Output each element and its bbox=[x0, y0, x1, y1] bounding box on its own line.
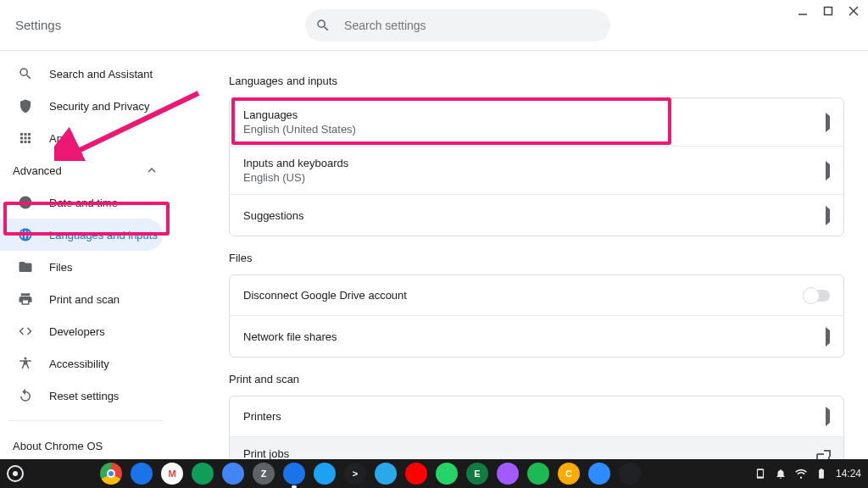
sidebar-item-developers[interactable]: Developers bbox=[0, 315, 163, 347]
wifi-icon bbox=[795, 468, 807, 480]
sidebar-item-label: Developers bbox=[49, 325, 105, 338]
languages-card: Languages English (United States) Inputs… bbox=[229, 97, 844, 236]
row-title: Disconnect Google Drive account bbox=[243, 289, 407, 302]
sidebar-item-label: Languages and inputs bbox=[49, 229, 158, 241]
sidebar-advanced-toggle[interactable]: Advanced bbox=[0, 154, 178, 186]
row-printers[interactable]: Printers bbox=[230, 396, 843, 437]
system-tray[interactable]: 14:24 bbox=[754, 468, 861, 480]
sidebar-item-reset[interactable]: Reset settings bbox=[0, 380, 163, 412]
taskbar-app-twitter[interactable] bbox=[314, 463, 336, 485]
clock: 14:24 bbox=[836, 468, 861, 480]
minimize-button[interactable] bbox=[795, 3, 810, 19]
maximize-button[interactable] bbox=[821, 3, 836, 19]
sidebar-item-label: Accessibility bbox=[49, 358, 109, 370]
row-title: Suggestions bbox=[243, 209, 304, 222]
taskbar-app-zoom[interactable] bbox=[588, 463, 610, 485]
sidebar-item-files[interactable]: Files bbox=[0, 251, 163, 283]
code-icon bbox=[17, 323, 34, 340]
taskbar-app-terminal[interactable]: > bbox=[344, 463, 366, 485]
sidebar-item-label: Files bbox=[49, 261, 72, 274]
taskbar: MZ>EC 14:24 bbox=[0, 459, 868, 488]
taskbar-app-drive[interactable] bbox=[192, 463, 214, 485]
folder-icon bbox=[17, 258, 34, 275]
taskbar-app-youtube[interactable] bbox=[405, 463, 427, 485]
sidebar-item-security[interactable]: Security and Privacy bbox=[0, 90, 163, 122]
sidebar-item-label: Search and Assistant bbox=[49, 68, 153, 80]
row-languages[interactable]: Languages English (United States) bbox=[230, 98, 843, 147]
launcher-button[interactable] bbox=[7, 465, 24, 482]
sidebar-item-label: Date and time bbox=[49, 197, 118, 209]
apps-icon bbox=[17, 130, 34, 147]
taskbar-app-excel[interactable]: E bbox=[466, 463, 488, 485]
chevron-right-icon bbox=[826, 164, 830, 177]
shield-icon bbox=[17, 97, 34, 114]
files-card: Disconnect Google Drive account Network … bbox=[229, 274, 844, 358]
section-title-print: Print and scan bbox=[229, 373, 844, 385]
taskbar-app-chrome[interactable] bbox=[100, 463, 122, 485]
sidebar-item-label: Print and scan bbox=[49, 293, 120, 306]
notifications-icon bbox=[775, 468, 787, 480]
taskbar-app-c[interactable]: C bbox=[558, 463, 580, 485]
section-title-languages: Languages and inputs bbox=[229, 75, 844, 87]
taskbar-app-spotify[interactable] bbox=[527, 463, 549, 485]
chevron-right-icon bbox=[826, 116, 830, 129]
row-suggestions[interactable]: Suggestions bbox=[230, 195, 843, 236]
taskbar-app-settings[interactable] bbox=[283, 463, 305, 485]
battery-icon bbox=[815, 468, 827, 480]
globe-icon bbox=[17, 226, 34, 243]
taskbar-app-files[interactable] bbox=[131, 463, 153, 485]
search-box[interactable] bbox=[305, 9, 610, 42]
sidebar-item-languages-inputs[interactable]: Languages and inputs bbox=[0, 219, 163, 251]
row-title: Printers bbox=[243, 410, 281, 423]
search-input[interactable] bbox=[344, 19, 600, 32]
chevron-right-icon bbox=[826, 410, 830, 423]
row-inputs-keyboards[interactable]: Inputs and keyboards English (US) bbox=[230, 147, 843, 195]
sidebar-item-label: Reset settings bbox=[49, 390, 119, 402]
clock-icon bbox=[17, 194, 34, 211]
row-network-shares[interactable]: Network file shares bbox=[230, 316, 843, 357]
taskbar-app-figma[interactable] bbox=[497, 463, 519, 485]
sidebar-about[interactable]: About Chrome OS bbox=[0, 430, 178, 462]
row-subtitle: English (United States) bbox=[243, 123, 356, 136]
main-content: Languages and inputs Languages English (… bbox=[178, 51, 868, 488]
sidebar-item-date-time[interactable]: Date and time bbox=[0, 186, 163, 219]
chevron-up-icon bbox=[147, 164, 156, 177]
sidebar-item-accessibility[interactable]: Accessibility bbox=[0, 347, 163, 380]
row-title: Print jobs bbox=[243, 447, 379, 460]
taskbar-app-gmail[interactable]: M bbox=[161, 463, 183, 485]
row-subtitle: English (US) bbox=[243, 171, 348, 184]
row-disconnect-drive[interactable]: Disconnect Google Drive account bbox=[230, 275, 843, 316]
sidebar-divider bbox=[8, 420, 163, 421]
reset-icon bbox=[17, 387, 34, 404]
row-title: Network file shares bbox=[243, 330, 337, 343]
sidebar-item-label: Apps bbox=[49, 132, 75, 145]
taskbar-app-whatsapp[interactable] bbox=[436, 463, 458, 485]
sidebar-item-apps[interactable]: Apps bbox=[0, 122, 163, 154]
taskbar-app-telegram[interactable] bbox=[375, 463, 397, 485]
accessibility-icon bbox=[17, 355, 34, 372]
row-title: Languages bbox=[243, 108, 356, 121]
taskbar-app-docs[interactable] bbox=[222, 463, 244, 485]
sidebar: Search and Assistant Security and Privac… bbox=[0, 51, 178, 488]
printer-icon bbox=[17, 291, 34, 308]
search-icon bbox=[17, 65, 34, 82]
phone-icon bbox=[754, 468, 766, 480]
search-icon bbox=[315, 18, 331, 33]
chevron-right-icon bbox=[826, 330, 830, 343]
row-title: Inputs and keyboards bbox=[243, 157, 348, 169]
sidebar-item-print-scan[interactable]: Print and scan bbox=[0, 283, 163, 315]
chevron-right-icon bbox=[826, 209, 830, 222]
app-title: Settings bbox=[15, 18, 61, 32]
sidebar-about-label: About Chrome OS bbox=[13, 440, 103, 452]
svg-rect-1 bbox=[825, 8, 832, 15]
close-button[interactable] bbox=[846, 3, 861, 19]
taskbar-app-book[interactable] bbox=[619, 463, 641, 485]
sidebar-item-label: Security and Privacy bbox=[49, 100, 150, 113]
section-title-files: Files bbox=[229, 252, 844, 264]
sidebar-item-search-assistant[interactable]: Search and Assistant bbox=[0, 58, 163, 90]
sidebar-section-label: Advanced bbox=[13, 164, 62, 177]
taskbar-app-z[interactable]: Z bbox=[253, 463, 275, 485]
toggle-drive[interactable] bbox=[804, 290, 830, 302]
header: Settings bbox=[0, 0, 868, 51]
